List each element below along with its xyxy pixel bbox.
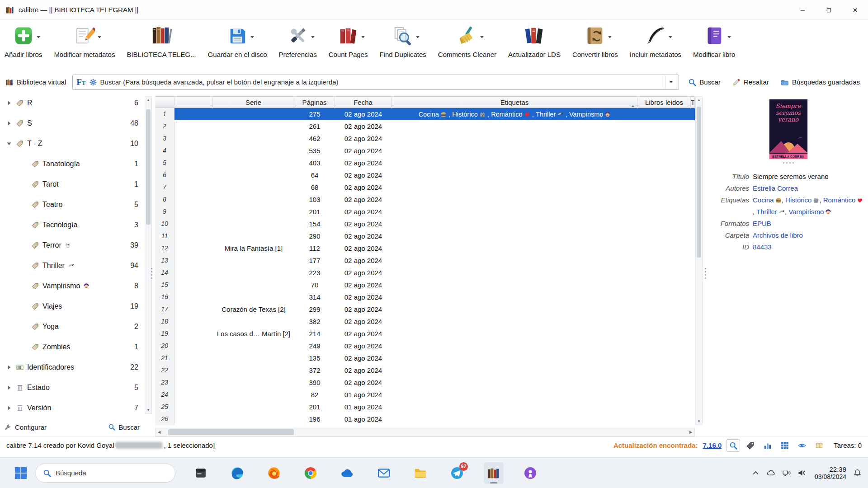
sidebar-item-thriller[interactable]: Thriller94 (0, 255, 145, 276)
sidebar-item-viajes[interactable]: Viajes19 (0, 296, 145, 316)
scrollbar-thumb[interactable] (168, 429, 294, 435)
tray-chevron-up-icon[interactable] (751, 469, 760, 477)
toolbar-actualizador-lds[interactable]: Actualizador LDS (508, 23, 561, 58)
book-row-13[interactable]: 1317702 ago 2024 (155, 254, 695, 267)
book-row-9[interactable]: 920102 ago 2024 (155, 206, 695, 218)
dropdown-arrow-icon[interactable] (310, 33, 316, 39)
search-input[interactable] (100, 78, 662, 86)
statusbar-tags-button[interactable] (744, 439, 757, 452)
toolbar-incluir-metadatos[interactable]: Incluir metadatos (630, 23, 681, 58)
virtual-library-button[interactable]: Biblioteca virtual (5, 78, 66, 86)
update-version-link[interactable]: 7.16.0 (703, 441, 722, 449)
chevron-expanded-icon[interactable] (5, 140, 13, 147)
toolbar-preferencias[interactable]: Preferencias (278, 23, 316, 58)
scroll-down-icon[interactable]: ▼ (696, 418, 702, 425)
maximize-button[interactable] (816, 0, 842, 20)
column-header-libros-leidos[interactable]: Libros leidos (638, 97, 691, 108)
chevron-collapsed-icon[interactable] (5, 99, 13, 107)
sidebar-item-version[interactable]: Versión7 (0, 398, 145, 418)
close-button[interactable] (842, 0, 868, 20)
tag-link[interactable]: Thriller (756, 208, 777, 216)
book-cover[interactable]: Siempre seremos verano ESTRELLA CORREA (769, 99, 807, 159)
highlight-button[interactable]: Resaltar (730, 76, 772, 89)
search-dropdown-arrow[interactable] (665, 75, 677, 89)
book-row-11[interactable]: 1129002 ago 2024 (155, 230, 695, 242)
detail-link[interactable]: Estrella Correa (753, 184, 798, 192)
taskbar-app-podcasts[interactable] (520, 462, 540, 484)
details-splitter-handle[interactable] (703, 260, 707, 287)
book-row-10[interactable]: 1015402 ago 2024 (155, 218, 695, 230)
book-row-2[interactable]: 226102 ago 2024 (155, 120, 695, 132)
dropdown-arrow-icon[interactable] (97, 33, 102, 39)
tray-onedrive-icon[interactable] (767, 469, 775, 477)
taskbar-app-firefox[interactable] (264, 462, 284, 484)
book-row-22[interactable]: 2237202 ago 2024 (155, 364, 695, 376)
chevron-collapsed-icon[interactable] (5, 404, 13, 412)
dropdown-arrow-icon[interactable] (36, 33, 41, 39)
sidebar-item-t-z[interactable]: T - Z10 (0, 133, 145, 154)
column-header-etiquetas[interactable]: Etiquetas (392, 97, 638, 108)
book-row-15[interactable]: 157002 ago 2024 (155, 279, 695, 291)
dropdown-arrow-icon[interactable] (668, 33, 673, 39)
scroll-left-icon[interactable]: ◀ (156, 428, 163, 436)
column-header-paginas[interactable]: Páginas (294, 97, 335, 108)
sidebar-item-tanatologia[interactable]: Tanatología1 (0, 154, 145, 174)
dropdown-arrow-icon[interactable] (415, 33, 420, 39)
cover-splitter-handle[interactable] (708, 162, 868, 164)
tag-link[interactable]: Romántico (823, 196, 856, 204)
tray-network-icon[interactable] (782, 469, 791, 477)
taskbar-app-chrome[interactable] (301, 462, 321, 484)
book-row-18[interactable]: 1838202 ago 2024 (155, 315, 695, 328)
taskbar-app-edge[interactable] (227, 462, 247, 484)
jobs-indicator[interactable]: Tareas: 0 (834, 441, 862, 449)
scroll-down-icon[interactable]: ▼ (145, 407, 151, 413)
taskbar-app-mail[interactable] (374, 462, 394, 484)
sidebar-item-identificadores[interactable]: Identificadores22 (0, 357, 145, 377)
toolbar-comments-cleaner[interactable]: Comments Cleaner (438, 23, 496, 58)
scrollbar-thumb[interactable] (146, 109, 151, 225)
column-header-serie[interactable]: Serie (213, 97, 294, 108)
taskbar-app-onedrive[interactable] (337, 462, 357, 484)
book-row-5[interactable]: 540302 ago 2024 (155, 157, 695, 169)
book-row-24[interactable]: 248201 ago 2024 (155, 389, 695, 401)
book-row-6[interactable]: 66402 ago 2024 (155, 169, 695, 181)
toolbar-anadir-libros[interactable]: Añadir libros (5, 23, 42, 58)
scroll-up-icon[interactable]: ▲ (145, 97, 151, 103)
book-row-17[interactable]: 17Corazón de Texas [2]29902 ago 2024 (155, 303, 695, 315)
toolbar-convertir-libros[interactable]: Convertir libros (572, 23, 618, 58)
book-row-21[interactable]: 2113502 ago 2024 (155, 352, 695, 364)
toolbar-modificar-libro[interactable]: Modificar libro (693, 23, 735, 58)
toolbar-find-duplicates[interactable]: Find Duplicates (379, 23, 426, 58)
saved-searches-button[interactable]: Búsquedas guardadas (778, 76, 863, 89)
dropdown-arrow-icon[interactable] (250, 33, 255, 39)
column-header-fecha[interactable]: Fecha (335, 97, 392, 108)
tag-browser-scrollbar[interactable]: ▲ ▼ (145, 96, 152, 414)
book-row-4[interactable]: 453502 ago 2024 (155, 145, 695, 157)
tag-link[interactable]: Histórico (785, 196, 811, 204)
sidebar-splitter-handle[interactable] (150, 260, 153, 287)
dropdown-arrow-icon[interactable] (360, 33, 366, 39)
notification-bell-icon[interactable] (853, 469, 862, 477)
taskbar-clock[interactable]: 22:39 03/08/2024 (815, 465, 846, 481)
taskbar-search[interactable]: Búsqueda (35, 464, 175, 483)
statusbar-eye-button[interactable] (795, 439, 809, 452)
search-gear-icon[interactable] (89, 78, 97, 86)
toolbar-biblioteca-teleg[interactable]: BIBLIOTECA TELEG... (127, 23, 196, 58)
tray-volume-icon[interactable] (797, 469, 806, 477)
book-row-14[interactable]: 1422302 ago 2024 (155, 267, 695, 279)
detail-link[interactable]: Archivos de libro (753, 231, 803, 239)
statusbar-chart-button[interactable] (761, 439, 774, 452)
statusbar-search-button[interactable] (726, 439, 740, 452)
tag-browser-search-button[interactable]: Buscar (108, 423, 140, 431)
scroll-right-icon[interactable]: ▶ (687, 428, 694, 436)
book-row-26[interactable]: 2619601 ago 2024 (155, 413, 695, 425)
toolbar-guardar-en-el-disco[interactable]: Guardar en el disco (208, 23, 267, 58)
dropdown-arrow-icon[interactable] (479, 33, 485, 39)
book-row-20[interactable]: 2024902 ago 2024 (155, 340, 695, 352)
tag-link[interactable]: Cocina (753, 196, 774, 204)
statusbar-grid-button[interactable] (778, 439, 792, 452)
tag-link[interactable]: Vampirismo (788, 208, 824, 216)
dropdown-arrow-icon[interactable] (607, 33, 613, 39)
chevron-collapsed-icon[interactable] (5, 384, 13, 391)
configure-button[interactable]: Configurar (5, 423, 47, 431)
